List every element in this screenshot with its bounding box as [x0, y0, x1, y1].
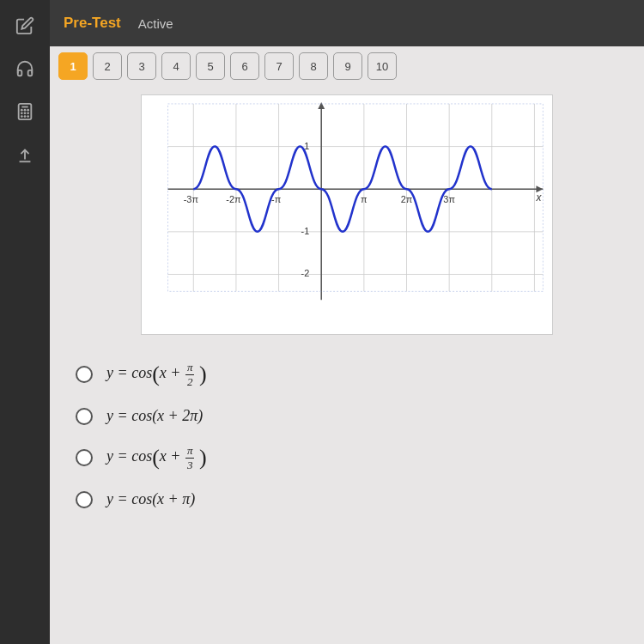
calculator-icon[interactable]	[8, 94, 42, 129]
svg-text:-1: -1	[301, 226, 310, 236]
tab-btn-10[interactable]: 10	[368, 52, 397, 80]
choice-c[interactable]: y = cos(x + π3 )	[76, 444, 618, 471]
choices-container: y = cos(x + π2 ) y = cos(x + 2π) y = cos…	[67, 352, 627, 536]
svg-text:-2: -2	[301, 268, 310, 278]
upload-icon[interactable]	[8, 137, 42, 172]
tabs-bar: 12345678910	[50, 46, 644, 86]
svg-marker-29	[318, 102, 325, 109]
tab-btn-1[interactable]: 1	[58, 52, 88, 80]
choice-a[interactable]: y = cos(x + π2 )	[76, 361, 618, 388]
header-title: Pre-Test	[64, 15, 121, 32]
choice-d-text: y = cos(x + π)	[106, 490, 195, 508]
radio-a[interactable]	[76, 366, 93, 383]
svg-text:x: x	[535, 191, 542, 204]
svg-text:1: 1	[304, 141, 309, 151]
svg-text:3π: 3π	[443, 194, 455, 204]
headphones-icon[interactable]	[8, 52, 42, 86]
choice-b[interactable]: y = cos(x + 2π)	[76, 407, 618, 425]
header-status: Active	[138, 16, 173, 31]
tab-btn-8[interactable]: 8	[299, 52, 328, 80]
graph-svg: -3π -2π -π π 2π 3π x 1 -1 -2	[142, 95, 552, 334]
sidebar	[0, 0, 50, 644]
graph-container: -3π -2π -π π 2π 3π x 1 -1 -2	[141, 94, 553, 335]
svg-text:-2π: -2π	[226, 194, 241, 204]
pencil-icon[interactable]	[8, 9, 42, 43]
tab-btn-7[interactable]: 7	[264, 52, 294, 80]
radio-c[interactable]	[76, 449, 93, 466]
svg-text:π: π	[361, 194, 368, 204]
choice-d[interactable]: y = cos(x + π)	[76, 490, 618, 508]
choice-c-text: y = cos(x + π3 )	[106, 444, 207, 471]
choice-a-text: y = cos(x + π2 )	[106, 361, 207, 388]
svg-text:-3π: -3π	[184, 194, 199, 204]
tab-btn-3[interactable]: 3	[127, 52, 156, 80]
tab-btn-6[interactable]: 6	[230, 52, 259, 80]
tab-btn-4[interactable]: 4	[161, 52, 191, 80]
tab-btn-5[interactable]: 5	[196, 52, 225, 80]
radio-d[interactable]	[76, 491, 93, 508]
radio-b[interactable]	[76, 408, 93, 425]
tab-btn-2[interactable]: 2	[93, 52, 122, 80]
svg-text:2π: 2π	[401, 194, 413, 204]
tab-btn-9[interactable]: 9	[333, 52, 362, 80]
choice-b-text: y = cos(x + 2π)	[106, 407, 203, 425]
main-content: -3π -2π -π π 2π 3π x 1 -1 -2 y = cos(x +…	[50, 86, 644, 644]
header: Pre-Test Active	[50, 0, 644, 46]
